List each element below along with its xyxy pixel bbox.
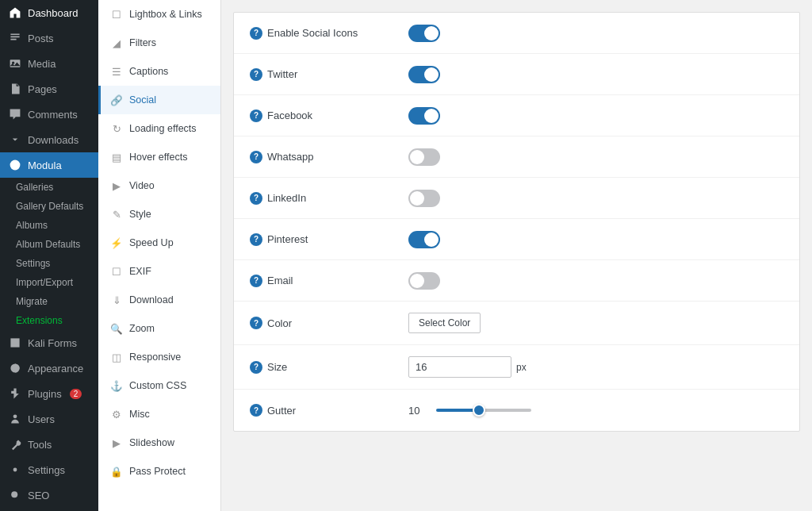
sidebar-sub-album-defaults[interactable]: Album Defaults (0, 235, 98, 254)
middle-style[interactable]: ✎ Style (98, 200, 220, 229)
sidebar-item-plugins[interactable]: Plugins 2 (0, 381, 98, 406)
sidebar-label-dashboard: Dashboard (28, 7, 79, 19)
sidebar-sub-albums[interactable]: Albums (0, 216, 98, 235)
speed-icon: ⚡ (110, 236, 123, 249)
toggle-whatsapp[interactable] (408, 148, 440, 166)
middle-social[interactable]: 🔗 Social (98, 86, 220, 114)
svg-point-2 (10, 160, 21, 171)
help-icon-linkedin[interactable]: ? (250, 192, 262, 205)
gutter-slider[interactable] (436, 409, 531, 412)
sidebar-item-comments[interactable]: Comments (0, 102, 98, 127)
downloads-icon (8, 133, 22, 147)
toggle-enable-social[interactable] (408, 25, 440, 42)
responsive-icon: ◫ (110, 351, 123, 363)
toggle-pinterest[interactable] (408, 231, 440, 248)
sidebar-sub-settings[interactable]: Settings (0, 254, 98, 273)
middle-responsive[interactable]: ◫ Responsive (98, 343, 220, 371)
size-input[interactable] (408, 356, 511, 378)
setting-label-wrap-enable-social: ? Enable Social Icons (250, 27, 408, 40)
help-icon-gutter[interactable]: ? (250, 404, 262, 417)
middle-misc[interactable]: ⚙ Misc (98, 400, 220, 428)
sidebar-item-appearance[interactable]: Appearance (0, 355, 98, 381)
sidebar-item-users[interactable]: Users (0, 406, 98, 432)
sidebar-item-posts[interactable]: Posts (0, 25, 98, 51)
help-icon-enable-social[interactable]: ? (250, 27, 262, 40)
control-email (408, 272, 440, 290)
sidebar-label-modula: Modula (28, 159, 62, 171)
control-facebook (408, 107, 440, 125)
sidebar-label-downloads: Downloads (28, 134, 79, 146)
setting-row-email: ? Email (234, 260, 799, 302)
help-icon-whatsapp[interactable]: ? (250, 151, 262, 163)
filters-icon: ◢ (110, 36, 123, 49)
help-icon-pinterest[interactable]: ? (250, 233, 262, 246)
pages-icon (8, 82, 22, 96)
misc-icon: ⚙ (110, 408, 123, 421)
help-icon-size[interactable]: ? (250, 361, 262, 374)
label-size: Size (267, 361, 287, 373)
middle-custom-css[interactable]: ⚓ Custom CSS (98, 371, 220, 400)
sidebar-item-seo[interactable]: SEO (0, 482, 98, 508)
middle-speed[interactable]: ⚡ Speed Up (98, 229, 220, 257)
middle-panel: ☐ Lightbox & Links ◢ Filters ☰ Captions … (98, 0, 221, 511)
download-icon: ⇓ (110, 294, 123, 306)
sidebar-item-media[interactable]: Media (0, 51, 98, 76)
help-icon-color[interactable]: ? (250, 317, 262, 329)
sidebar-label-seo: SEO (28, 490, 49, 501)
zoom-icon: 🔍 (110, 322, 123, 335)
sidebar-item-kali-forms[interactable]: Kali Forms (0, 330, 98, 355)
setting-row-gutter: ? Gutter 10 (234, 390, 799, 431)
middle-loading[interactable]: ↻ Loading effects (98, 114, 220, 143)
setting-row-whatsapp: ? Whatsapp (234, 136, 799, 178)
setting-label-wrap-pinterest: ? Pinterest (250, 233, 408, 246)
users-icon (8, 412, 22, 426)
sidebar-item-litespeed[interactable]: LiteSpeed Cache (0, 508, 98, 511)
sidebar-item-dashboard[interactable]: Dashboard (0, 0, 98, 25)
sidebar-sub-galleries[interactable]: Galleries (0, 178, 98, 197)
sidebar-sub-extensions[interactable]: Extensions (0, 311, 98, 330)
middle-hover[interactable]: ▤ Hover effects (98, 143, 220, 171)
sidebar-item-pages[interactable]: Pages (0, 76, 98, 102)
toggle-twitter[interactable] (408, 66, 440, 83)
media-icon (8, 56, 22, 71)
toggle-linkedin[interactable] (408, 190, 440, 207)
control-linkedin (408, 190, 440, 207)
sidebar-item-downloads[interactable]: Downloads (0, 127, 98, 152)
label-whatsapp: Whatsapp (267, 151, 314, 163)
setting-row-pinterest: ? Pinterest (234, 219, 799, 260)
middle-zoom[interactable]: 🔍 Zoom (98, 314, 220, 343)
forms-icon (8, 336, 22, 350)
sidebar-label-plugins: Plugins (28, 388, 62, 400)
sidebar-item-settings[interactable]: Settings (0, 457, 98, 482)
middle-lightbox[interactable]: ☐ Lightbox & Links (98, 0, 220, 29)
sidebar-sub-gallery-defaults[interactable]: Gallery Defaults (0, 197, 98, 216)
help-icon-email[interactable]: ? (250, 275, 262, 287)
style-icon: ✎ (110, 208, 123, 221)
help-icon-facebook[interactable]: ? (250, 110, 262, 122)
middle-pass-protect[interactable]: 🔒 Pass Protect (98, 457, 220, 486)
middle-video[interactable]: ▶ Video (98, 171, 220, 200)
sidebar-sub-import-export[interactable]: Import/Export (0, 273, 98, 292)
seo-icon (8, 488, 22, 502)
middle-exif[interactable]: ☐ EXIF (98, 257, 220, 286)
middle-download[interactable]: ⇓ Download (98, 286, 220, 314)
toggle-email[interactable] (408, 272, 440, 290)
middle-captions[interactable]: ☰ Captions (98, 57, 220, 86)
sidebar-sub-migrate[interactable]: Migrate (0, 292, 98, 311)
label-enable-social: Enable Social Icons (267, 27, 358, 39)
plugins-badge: 2 (70, 389, 82, 399)
sidebar-label-posts: Posts (28, 33, 54, 44)
control-gutter: 10 (408, 405, 531, 417)
setting-row-facebook: ? Facebook (234, 95, 799, 136)
control-size: px (408, 356, 527, 378)
sidebar-label-pages: Pages (28, 83, 57, 95)
help-icon-twitter[interactable]: ? (250, 68, 262, 81)
select-color-button[interactable]: Select Color (408, 313, 481, 333)
middle-filters[interactable]: ◢ Filters (98, 29, 220, 57)
toggle-facebook[interactable] (408, 107, 440, 125)
sidebar-label-comments: Comments (28, 109, 78, 121)
sidebar-item-tools[interactable]: Tools (0, 432, 98, 457)
setting-label-wrap-color: ? Color (250, 317, 408, 329)
middle-slideshow[interactable]: ▶ Slideshow (98, 428, 220, 457)
sidebar-item-modula[interactable]: Modula (0, 152, 98, 178)
